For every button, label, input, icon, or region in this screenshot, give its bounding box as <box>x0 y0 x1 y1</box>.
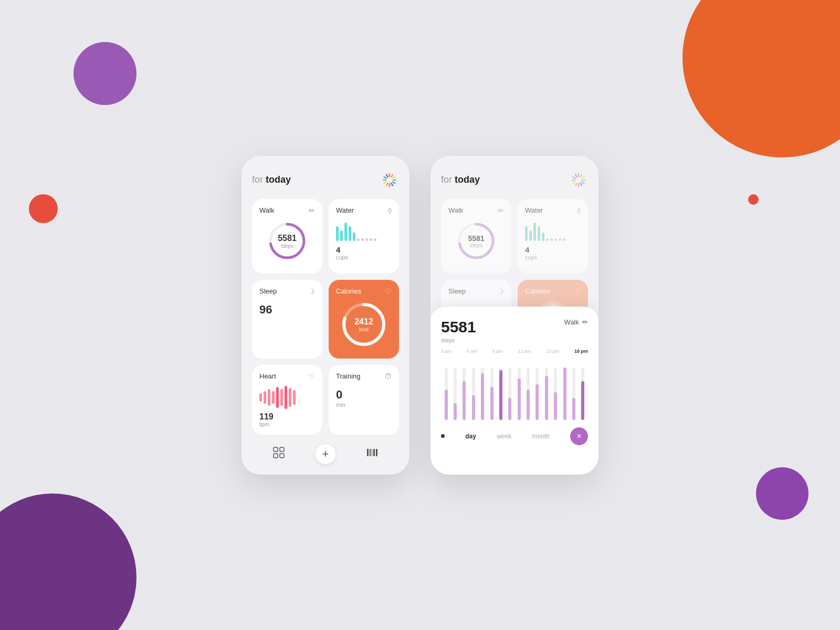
svg-rect-20 <box>367 449 369 456</box>
s2-moon-icon: ☽ <box>497 287 504 296</box>
svg-line-32 <box>575 183 577 185</box>
chart-bar-7 <box>507 368 513 420</box>
detail-value: 5581 <box>441 318 476 336</box>
svg-rect-23 <box>373 449 375 456</box>
svg-line-33 <box>573 182 575 183</box>
chart-time-labels: 3 am 6 am 9 am 12 pm 15 pm 18 pm <box>441 349 588 354</box>
s2-water-value: 4 <box>525 245 581 254</box>
water-card-title: Water <box>336 206 354 214</box>
sleep-card-header: Sleep ☽ <box>259 287 315 296</box>
water-bar-4 <box>349 226 351 241</box>
heart-icon: ♡ <box>308 372 315 381</box>
water-drop-icon: ◊ <box>388 206 392 215</box>
s2-wb-1 <box>525 226 528 241</box>
walk-unit: steps <box>278 243 297 248</box>
svg-line-35 <box>573 177 575 178</box>
close-button[interactable]: × <box>570 427 588 445</box>
s2-pencil-icon: ✏ <box>498 206 504 215</box>
detail-edit-icon[interactable]: ✏ <box>582 318 588 326</box>
chart-bar-1 <box>452 368 458 420</box>
s2-sleep-title: Sleep <box>448 287 466 295</box>
screen2-header: for today <box>441 171 588 190</box>
walk-value: 5581 <box>278 233 297 243</box>
detail-panel: 5581 steps Walk ✏ 3 am 6 am 9 am 12 pm 1… <box>430 307 598 475</box>
sleep-value: 96 <box>259 303 315 317</box>
bg-circle-purple-topleft <box>74 42 136 105</box>
add-button[interactable]: + <box>316 444 335 464</box>
chart-bar-2 <box>461 368 467 420</box>
bg-circle-red-left <box>29 194 58 223</box>
s2-walk-circle: 5581 steps <box>448 220 504 262</box>
svg-rect-18 <box>274 454 278 458</box>
heart-value: 119 <box>259 412 315 422</box>
svg-rect-24 <box>376 449 377 456</box>
cards-grid-1: Walk ✏ 5581 steps <box>252 199 399 435</box>
s2-wb-2 <box>529 230 532 241</box>
title-prefix: for <box>252 174 266 185</box>
screen2-title: for today <box>441 174 480 185</box>
s2-wd-3 <box>554 238 557 241</box>
water-bar-3 <box>344 223 347 241</box>
s2-walk-value: 5581 <box>468 234 484 242</box>
period-tabs: day week month × <box>441 427 588 445</box>
s2-water-icon: ◊ <box>577 206 581 215</box>
grid-nav-icon[interactable] <box>273 447 285 461</box>
water-dot-4 <box>370 238 372 241</box>
hb-9 <box>293 390 296 405</box>
walk-bar-chart <box>441 357 588 420</box>
title-bold: today <box>266 174 291 185</box>
calories-circle: 2412 kcal <box>336 301 392 348</box>
chart-bar-13 <box>562 368 568 420</box>
hb-7 <box>285 386 287 409</box>
s2-wb-3 <box>533 223 536 241</box>
svg-line-2 <box>393 177 395 178</box>
period-week[interactable]: week <box>497 433 511 440</box>
heart-unit: bpm <box>259 422 315 427</box>
chart-bar-5 <box>489 368 495 420</box>
s2-wd-4 <box>559 238 561 241</box>
app-logo <box>380 171 399 190</box>
sleep-card-title: Sleep <box>259 287 277 295</box>
s2-sleep-header: Sleep ☽ <box>448 287 504 296</box>
heart-bars <box>259 386 315 409</box>
hb-8 <box>289 388 291 407</box>
calories-unit: kcal <box>354 326 373 332</box>
water-value: 4 <box>336 245 392 254</box>
screen-1: for today <box>242 156 410 475</box>
chart-bar-10 <box>534 368 540 420</box>
svg-line-27 <box>582 177 584 178</box>
bg-circle-orange-topright <box>682 0 840 158</box>
bg-circle-red-right <box>748 194 759 205</box>
period-month[interactable]: month <box>532 433 549 440</box>
svg-line-11 <box>386 174 388 176</box>
walk-card-header: Walk ✏ <box>259 206 315 215</box>
chart-bar-12 <box>553 368 559 420</box>
barcode-nav-icon[interactable] <box>366 447 378 461</box>
water-dot-3 <box>365 238 368 241</box>
chart-bar-15 <box>580 368 586 420</box>
period-day[interactable]: day <box>465 433 476 440</box>
period-dot <box>441 434 445 438</box>
s2-wb-4 <box>538 226 540 241</box>
calories-card-header: Calories ♡ <box>336 287 392 296</box>
training-card-title: Training <box>336 372 360 380</box>
detail-type-text: Walk <box>564 318 579 326</box>
bottom-nav: + <box>252 444 399 464</box>
detail-unit: steps <box>441 337 476 343</box>
water-dot-2 <box>361 238 364 241</box>
hb-5 <box>276 387 279 408</box>
app-logo-2 <box>569 171 588 190</box>
pencil-icon: ✏ <box>309 206 315 215</box>
s2-wd-1 <box>546 238 549 241</box>
hb-4 <box>272 391 275 404</box>
chart-bar-4 <box>480 368 486 420</box>
water-card: Water ◊ 4 cups <box>329 199 399 274</box>
calories-value: 2412 <box>354 317 373 326</box>
walk-circle: 5581 steps <box>259 220 315 262</box>
chart-bar-3 <box>470 368 476 420</box>
time-6am: 6 am <box>467 349 477 354</box>
svg-line-36 <box>575 174 577 176</box>
timer-icon: ⏱ <box>384 372 392 381</box>
water-bar-5 <box>353 233 355 241</box>
walk-card: Walk ✏ 5581 steps <box>252 199 322 274</box>
